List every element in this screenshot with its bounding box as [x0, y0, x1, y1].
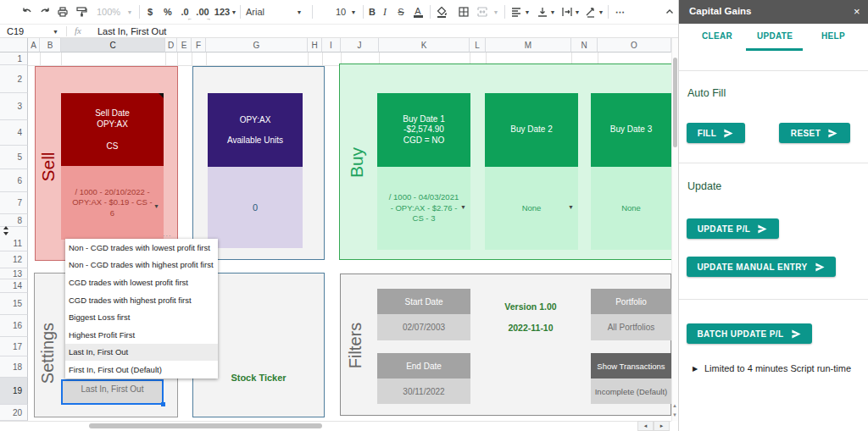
strikethrough-button[interactable]: S [395, 0, 407, 24]
sell-header-cell[interactable]: Sell DateOPY:AX CS [61, 93, 164, 166]
row-header-11[interactable]: 11 [0, 235, 28, 251]
column-header-C[interactable]: C [61, 38, 165, 52]
show-transactions-value-cell[interactable]: Incomplete (Default) [591, 379, 671, 404]
row-header-20[interactable]: 20 [0, 405, 28, 421]
select-all-corner[interactable] [0, 38, 28, 52]
vertical-align-button[interactable] [536, 0, 549, 24]
menu-item-6[interactable]: Highest Profit First [65, 326, 218, 344]
buy-date-1-caret-icon[interactable]: ▼ [460, 204, 466, 210]
row-header-4[interactable]: 4 [0, 120, 28, 146]
horizontal-align-button[interactable] [509, 0, 523, 24]
row-header-8[interactable]: 8 [0, 214, 28, 227]
column-header-M[interactable]: M [486, 38, 571, 52]
column-header-H[interactable]: H [308, 38, 322, 52]
formula-input[interactable]: Last In, First Out [97, 26, 166, 36]
buy-date-2-caret-icon[interactable]: ▼ [568, 204, 574, 210]
increase-decimal-button[interactable]: .00→ [194, 0, 211, 24]
buy-date-2-dropdown-cell[interactable]: None [485, 167, 578, 250]
more-formats-button[interactable]: 123 [213, 0, 231, 24]
buy-date-1-dropdown-cell[interactable]: / 1000 - 04/03/2021- OPY:AX - $2.76 -CS … [377, 167, 470, 250]
menu-item-8[interactable]: First In, First Out (Default) [65, 361, 218, 379]
row-header-1[interactable]: 1 [0, 52, 28, 65]
tab-update[interactable]: UPDATE [757, 31, 793, 41]
zoom-select[interactable]: 100% [92, 0, 125, 24]
tab-help[interactable]: HELP [821, 31, 845, 41]
column-header-E[interactable]: E [177, 38, 192, 52]
tab-clear[interactable]: CLEAR [702, 31, 732, 41]
print-icon[interactable] [56, 0, 70, 24]
note-expand-icon[interactable]: ▶ [693, 365, 698, 373]
text-rotation-button[interactable] [584, 0, 598, 24]
column-header-D[interactable]: D [165, 38, 177, 52]
menu-item-2[interactable]: Non - CGD trades with highest profit fir… [65, 257, 218, 274]
sell-dropdown-caret-icon[interactable]: ▼ [153, 203, 159, 209]
column-header-J[interactable]: J [341, 38, 379, 52]
row-header-14[interactable]: 14 [0, 279, 28, 293]
portfolio-value-cell[interactable]: All Portfolios [591, 314, 671, 340]
batch-update-pl-button[interactable]: BATCH UPDATE P/L [687, 323, 812, 344]
collapse-toolbar-icon[interactable] [663, 0, 676, 24]
end-date-value-cell[interactable]: 30/11/2022 [377, 379, 470, 404]
font-size-select[interactable]: 10 [332, 0, 349, 24]
unhide-rows-up-icon[interactable] [3, 226, 8, 229]
row-header-17[interactable]: 17 [0, 337, 28, 356]
column-header-L[interactable]: L [470, 38, 486, 52]
menu-item-3[interactable]: CGD trades with lowest profit first [65, 274, 218, 291]
start-date-value-cell[interactable]: 02/07/2003 [377, 314, 470, 340]
redo-icon[interactable] [38, 0, 52, 24]
menu-item-1[interactable]: Non - CGD trades with lowest profit firs… [65, 239, 218, 257]
row-header-19[interactable]: 19 [0, 378, 28, 405]
undo-icon[interactable] [20, 0, 34, 24]
fill-button[interactable]: FILL [687, 123, 745, 143]
scroll-right-icon[interactable]: ▸ [654, 421, 670, 431]
column-header-I[interactable]: I [322, 38, 341, 52]
update-manual-entry-button[interactable]: UPDATE MANUAL ENTRY [687, 257, 836, 277]
text-color-button[interactable]: A [412, 0, 424, 24]
format-percent-button[interactable]: % [162, 0, 174, 24]
row-header-12[interactable]: 12 [0, 251, 28, 268]
unhide-rows-down-icon[interactable] [3, 232, 8, 235]
merge-cells-button[interactable] [476, 0, 489, 24]
vertical-scrollbar-thumb[interactable] [673, 58, 677, 147]
menu-item-7[interactable]: Last In, First Out [65, 344, 218, 362]
row-header-6[interactable]: 6 [0, 169, 28, 192]
sell-dropdown-cell[interactable]: / 1000 - 20/10/2022 -OPY:AX - $0.19 - CS… [61, 166, 164, 240]
name-box[interactable]: C19 [7, 26, 24, 36]
fill-color-button[interactable] [435, 0, 448, 24]
borders-button[interactable] [457, 0, 470, 24]
italic-button[interactable]: I [379, 0, 391, 24]
row-header-5[interactable]: 5 [0, 146, 28, 169]
text-wrap-button[interactable] [560, 0, 574, 24]
update-pl-button[interactable]: UPDATE P/L [687, 218, 779, 239]
spreadsheet-grid[interactable]: Sell Sell DateOPY:AX CS / 1000 - 20/10/2… [28, 52, 671, 421]
selected-cell-c19[interactable]: Last In, First Out [61, 379, 164, 405]
column-header-A[interactable]: A [28, 38, 40, 52]
bold-button[interactable]: B [366, 0, 378, 24]
paint-format-icon[interactable] [75, 0, 88, 24]
menu-item-5[interactable]: Biggest Loss first [65, 308, 218, 326]
more-button[interactable]: ⋯ [614, 0, 627, 24]
row-header-15[interactable]: 15 [0, 293, 28, 315]
buy-date-3-dropdown-cell[interactable]: None [591, 167, 671, 250]
format-currency-button[interactable]: $ [144, 0, 156, 24]
reset-button[interactable]: RESET [779, 123, 850, 143]
row-header-3[interactable]: 3 [0, 93, 28, 120]
row-header-13[interactable]: 13 [0, 268, 28, 279]
column-header-K[interactable]: K [379, 38, 470, 52]
row-header-16[interactable]: 16 [0, 315, 28, 337]
scroll-left-icon[interactable]: ◂ [637, 421, 654, 431]
row-header-18[interactable]: 18 [0, 356, 28, 378]
row-header-7[interactable]: 7 [0, 192, 28, 214]
scroll-down-icon[interactable]: ▼ [672, 412, 677, 417]
column-header-N[interactable]: N [571, 38, 598, 52]
row-header-2[interactable]: 2 [0, 65, 28, 93]
horizontal-scrollbar-thumb[interactable] [89, 423, 322, 428]
font-select[interactable]: Arial [246, 0, 297, 24]
selection-handle[interactable] [161, 402, 165, 406]
scroll-up-icon[interactable]: ▲ [672, 403, 677, 408]
column-header-F[interactable]: F [192, 38, 206, 52]
decrease-decimal-button[interactable]: .0← [177, 0, 192, 24]
column-header-B[interactable]: B [40, 38, 61, 52]
column-header-G[interactable]: G [206, 38, 308, 52]
close-icon[interactable]: × [854, 5, 860, 18]
